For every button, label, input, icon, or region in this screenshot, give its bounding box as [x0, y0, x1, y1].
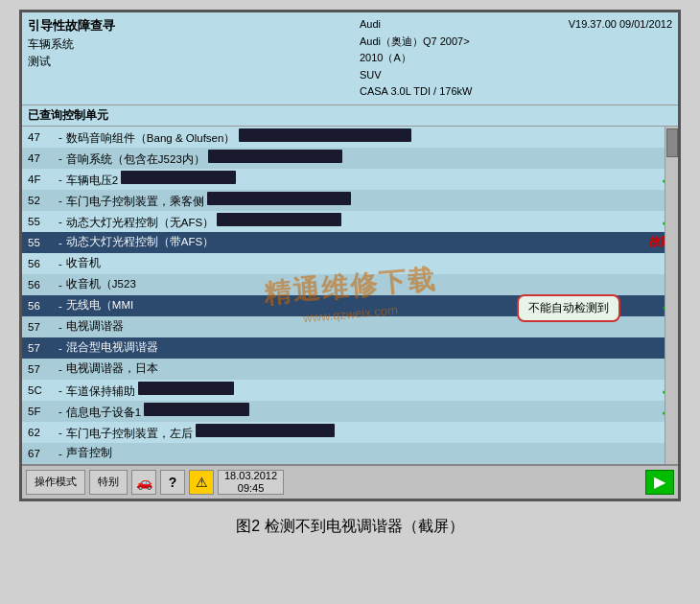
item-dark-bar [196, 424, 335, 437]
item-desc: 数码音响组件（Bang & Olufsen） [66, 128, 672, 146]
item-dash: - [58, 448, 62, 459]
item-code: 5F [28, 406, 55, 417]
item-code: 57 [28, 342, 55, 354]
list-item[interactable]: 47-数码音响组件（Bang & Olufsen） [22, 127, 678, 148]
item-dark-bar [207, 192, 351, 205]
item-dash: - [58, 321, 62, 333]
toolbar: 操作模式 特别 🚗 ? ⚠ 18.03.2012 09:45 ▶ [22, 464, 678, 499]
item-desc: 车门电子控制装置，左后 [66, 424, 672, 441]
item-dash: - [58, 216, 62, 227]
list-item[interactable]: 57-混合型电视调谐器 [22, 337, 678, 359]
item-desc: 动态大灯光程控制（带AFS） [66, 235, 645, 249]
item-code: 5C [28, 384, 55, 396]
header-subtitle1: 车辆系统 [28, 35, 340, 53]
year-label: 2010（A） [360, 50, 672, 67]
item-desc: 车门电子控制装置，乘客侧 [66, 192, 672, 209]
car-icon: 🚗 [136, 475, 152, 490]
list-item[interactable]: 55-动态大灯光程控制（带AFS）故障 [22, 232, 678, 253]
item-dash: - [58, 237, 62, 248]
date-label: 18.03.2012 [224, 470, 277, 482]
item-code: 56 [28, 300, 55, 312]
item-code: 57 [28, 363, 55, 375]
list-item[interactable]: 55-动态大灯光程控制（无AFS） ✓ [22, 211, 678, 232]
scrollbar[interactable] [665, 127, 678, 464]
item-dark-bar [208, 150, 342, 163]
version-line: Audi V19.37.00 09/01/2012 [360, 16, 672, 34]
list-item[interactable]: 57-电视调谐器，日本 [22, 359, 678, 380]
list-area: 47-数码音响组件（Bang & Olufsen） 47-音响系统（包含在J52… [22, 127, 678, 464]
list-item[interactable]: 62-车门电子控制装置，左后 [22, 422, 678, 443]
item-dash: - [58, 427, 62, 438]
brand-label: Audi [360, 16, 381, 34]
item-dark-bar [217, 213, 341, 226]
item-desc: 车辆电压2 [66, 171, 657, 188]
item-dash: - [58, 174, 62, 185]
item-desc: 收音机（J523 [66, 277, 672, 291]
operation-mode-button[interactable]: 操作模式 [26, 470, 85, 495]
item-dark-bar [144, 403, 249, 416]
item-dark-bar [121, 171, 236, 184]
item-code: 47 [28, 152, 55, 164]
type-label: SUV [360, 67, 672, 84]
item-code: 47 [28, 131, 55, 143]
header-left: 引导性故障查寻 车辆系统 测试 [28, 16, 340, 101]
list-item[interactable]: 52-车门电子控制装置，乘客侧 [22, 190, 678, 211]
car-icon-button[interactable]: 🚗 [131, 470, 156, 495]
time-label: 09:45 [238, 482, 265, 495]
item-desc: 车道保持辅助 [66, 382, 657, 399]
item-dash: - [58, 152, 62, 164]
item-dash: - [58, 406, 62, 417]
diagnostic-screen: 引导性故障查寻 车辆系统 测试 Audi V19.37.00 09/01/201… [19, 10, 681, 501]
item-code: 56 [28, 258, 55, 269]
item-desc: 电视调谐器，日本 [66, 361, 672, 376]
list-item[interactable]: 56-收音机 [22, 253, 678, 274]
play-icon: ▶ [654, 473, 665, 491]
warning-icon-button[interactable]: ⚠ [189, 470, 214, 495]
header-title: 引导性故障查寻 [28, 16, 340, 35]
brand-model-label: Audi（奥迪）Q7 2007> [360, 34, 672, 51]
item-code: 57 [28, 321, 55, 333]
item-dash: - [58, 131, 62, 143]
item-dash: - [58, 300, 62, 312]
item-dark-bar [138, 382, 234, 395]
item-desc: 声音控制 [66, 446, 672, 460]
tooltip-popup: 不能自动检测到 [517, 294, 620, 322]
item-code: 62 [28, 427, 55, 438]
header-subtitle2: 测试 [28, 53, 340, 70]
item-dash: - [58, 258, 62, 269]
item-code: 56 [28, 279, 55, 290]
warning-icon: ⚠ [196, 475, 208, 490]
item-desc: 动态大灯光程控制（无AFS） [66, 213, 657, 230]
item-code: 67 [28, 448, 55, 459]
header-right: Audi V19.37.00 09/01/2012 Audi（奥迪）Q7 200… [340, 16, 672, 101]
item-desc: 信息电子设备1 [66, 403, 657, 420]
scrollbar-thumb[interactable] [666, 128, 678, 157]
list-item[interactable]: 67-声音控制 [22, 443, 678, 464]
list-item[interactable]: 47-音响系统（包含在J523内） [22, 148, 678, 169]
question-icon-button[interactable]: ? [160, 470, 185, 495]
list-item[interactable]: 5C-车道保持辅助 ✓ [22, 380, 678, 401]
item-code: 4F [28, 174, 55, 185]
item-dash: - [58, 384, 62, 396]
play-button[interactable]: ▶ [645, 470, 674, 495]
item-code: 55 [28, 216, 55, 227]
list-item[interactable]: 5F-信息电子设备1 ✓ [22, 401, 678, 422]
item-desc: 音响系统（包含在J523内） [66, 150, 672, 167]
list-item[interactable]: 4F-车辆电压2 ✓ [22, 169, 678, 190]
special-button[interactable]: 特别 [89, 470, 128, 495]
item-desc: 收音机 [66, 256, 672, 270]
item-desc: 混合型电视调谐器 [66, 340, 672, 355]
item-dash: - [58, 195, 62, 206]
list-item[interactable]: 56-收音机（J523 [22, 274, 678, 295]
engine-label: CASA 3.0L TDI / 176kW [360, 83, 672, 101]
item-dash: - [58, 363, 62, 375]
question-icon: ? [169, 475, 177, 490]
subheader: 已查询控制单元 [22, 105, 678, 127]
item-dark-bar [239, 128, 411, 142]
version-label: V19.37.00 09/01/2012 [569, 16, 672, 34]
datetime-display: 18.03.2012 09:45 [218, 470, 284, 495]
tooltip-text: 不能自动检测到 [528, 301, 609, 314]
item-dash: - [58, 279, 62, 290]
item-dash: - [58, 342, 62, 354]
item-code: 55 [28, 237, 55, 248]
